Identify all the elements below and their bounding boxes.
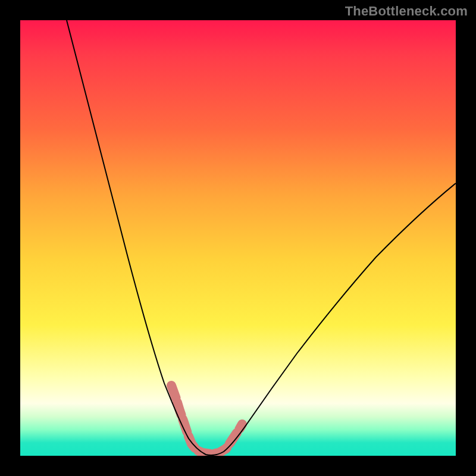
curve-layer — [20, 20, 456, 456]
watermark-text: TheBottleneck.com — [345, 4, 468, 19]
outer-frame: TheBottleneck.com — [0, 0, 476, 476]
v-curve — [67, 20, 456, 455]
plot-area — [20, 20, 456, 456]
